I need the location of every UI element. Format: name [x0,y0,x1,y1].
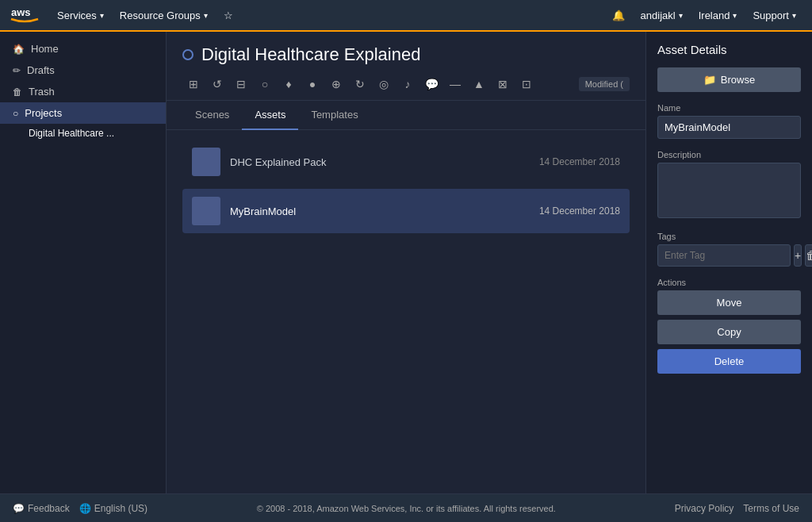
asset-name: DHC Explained Pack [230,156,530,168]
support-menu[interactable]: Support ▾ [746,6,802,25]
name-input[interactable] [657,116,801,139]
support-label: Support [753,10,789,21]
nav-right: 🔔 andijakl ▾ Ireland ▾ Support ▾ [606,6,802,25]
resource-groups-label: Resource Groups [120,10,201,21]
asset-name: MyBrainModel [230,205,530,217]
browse-button[interactable]: 📁 Browse [657,67,801,92]
services-label: Services [57,10,97,21]
footer: 💬 Feedback 🌐 English (US) © 2008 - 2018,… [0,493,812,522]
name-label: Name [657,103,801,113]
sidebar-item-home[interactable]: 🏠 Home [0,38,166,59]
description-textarea[interactable] [657,163,801,218]
user-menu[interactable]: andijakl ▾ [634,6,689,25]
tab-assets[interactable]: Assets [242,101,298,130]
toolbar-icon-target[interactable]: ◎ [373,73,395,95]
sidebar-projects-label: Projects [25,107,62,119]
sidebar-home-label: Home [31,43,59,55]
sidebar-drafts-label: Drafts [27,64,55,76]
region-label: Ireland [699,10,730,21]
right-panel: Asset Details 📁 Browse Name Description … [645,32,812,493]
globe-icon: 🌐 [79,503,91,514]
privacy-policy-link[interactable]: Privacy Policy [675,503,734,514]
toolbar-icon-cycle[interactable]: ↻ [349,73,371,95]
asset-date: 14 December 2018 [539,156,620,167]
toolbar-icon-layout[interactable]: ⊟ [230,73,252,95]
language-selector[interactable]: 🌐 English (US) [79,503,147,514]
toolbar: ⊞ ↺ ⊟ ○ ♦ ● ⊕ ↻ ◎ ♪ 💬 — ▲ ⊠ ⊡ Modified ( [167,73,645,101]
bookmarks-icon[interactable]: ☆ [217,6,239,25]
sidebar-project-sub-label: Digital Healthcare ... [29,128,114,139]
notifications-bell[interactable]: 🔔 [606,6,631,25]
top-navigation: aws Services ▾ Resource Groups ▾ ☆ 🔔 and… [0,0,812,32]
panel-title: Asset Details [657,43,801,56]
sidebar-trash-label: Trash [29,86,55,98]
sidebar: 🏠 Home ✏ Drafts 🗑 Trash ○ Projects Digit… [0,32,167,493]
tags-group: Tags + 🗑 [657,232,801,267]
title-dot-icon [182,49,193,60]
toolbar-icon-refresh[interactable]: ↺ [206,73,228,95]
language-label: English (US) [94,503,147,514]
main-layout: 🏠 Home ✏ Drafts 🗑 Trash ○ Projects Digit… [0,32,812,493]
move-button[interactable]: Move [657,290,801,315]
aws-logo: aws [10,5,40,25]
drafts-icon: ✏ [13,65,21,76]
home-icon: 🏠 [13,44,25,55]
support-chevron: ▾ [792,11,796,20]
toolbar-icon-chat[interactable]: 💬 [420,73,442,95]
terms-of-use-link[interactable]: Terms of Use [743,503,799,514]
sidebar-item-projects[interactable]: ○ Projects [0,102,166,124]
table-row[interactable]: DHC Explained Pack 14 December 2018 [182,140,630,184]
add-tag-button[interactable]: + [794,244,802,267]
footer-links: Privacy Policy Terms of Use [665,503,799,514]
feedback-icon: 💬 [13,503,25,514]
tags-label: Tags [657,232,801,241]
toolbar-icon-person[interactable]: ▲ [468,73,490,95]
delete-tag-button[interactable]: 🗑 [805,244,812,267]
modified-button[interactable]: Modified ( [579,77,630,91]
main-content: Digital Healthcare Explained ⊞ ↺ ⊟ ○ ♦ ●… [167,32,645,493]
copyright-text: © 2008 - 2018, Amazon Web Services, Inc.… [157,504,656,513]
services-chevron: ▾ [100,11,104,20]
toolbar-icon-music[interactable]: ♪ [396,73,419,95]
toolbar-icon-dash[interactable]: — [444,73,466,95]
copy-button[interactable]: Copy [657,320,801,344]
resource-groups-chevron: ▾ [204,11,208,20]
toolbar-icon-diamond[interactable]: ♦ [278,73,300,95]
name-field-group: Name [657,103,801,139]
toolbar-icon-dot[interactable]: ● [301,73,324,95]
content-tabs: Scenes Assets Templates [167,101,645,130]
region-chevron: ▾ [733,11,737,20]
toolbar-icon-box1[interactable]: ⊠ [492,73,514,95]
tab-templates[interactable]: Templates [298,101,370,130]
sidebar-item-trash[interactable]: 🗑 Trash [0,81,166,102]
toolbar-icon-grid[interactable]: ⊞ [182,73,205,95]
user-label: andijakl [641,10,676,21]
tab-scenes[interactable]: Scenes [182,101,242,130]
svg-text:aws: aws [11,6,31,18]
toolbar-icon-box2[interactable]: ⊡ [515,73,538,95]
actions-label: Actions [657,278,801,287]
projects-icon: ○ [13,108,18,119]
asset-thumbnail [192,148,220,176]
region-menu[interactable]: Ireland ▾ [692,6,744,25]
tag-row: + 🗑 [657,244,801,267]
toolbar-icon-circle[interactable]: ○ [254,73,276,95]
sidebar-item-project-sub[interactable]: Digital Healthcare ... [0,124,166,143]
resource-groups-menu[interactable]: Resource Groups ▾ [113,6,214,25]
delete-button[interactable]: Delete [657,349,801,374]
user-chevron: ▾ [679,11,683,20]
sidebar-item-drafts[interactable]: ✏ Drafts [0,59,166,81]
services-menu[interactable]: Services ▾ [51,6,110,25]
tag-input[interactable] [657,244,791,267]
actions-group: Actions Move Copy Delete [657,278,801,374]
table-row[interactable]: MyBrainModel 14 December 2018 [182,189,630,233]
feedback-button[interactable]: 💬 Feedback [13,503,70,514]
toolbar-icon-plus-circle[interactable]: ⊕ [325,73,347,95]
page-title: Digital Healthcare Explained [201,44,420,65]
action-buttons: Move Copy Delete [657,290,801,374]
folder-icon: 📁 [703,74,716,86]
asset-thumbnail [192,197,220,225]
trash-icon: 🗑 [13,86,22,98]
asset-date: 14 December 2018 [539,205,620,217]
description-label: Description [657,150,801,159]
